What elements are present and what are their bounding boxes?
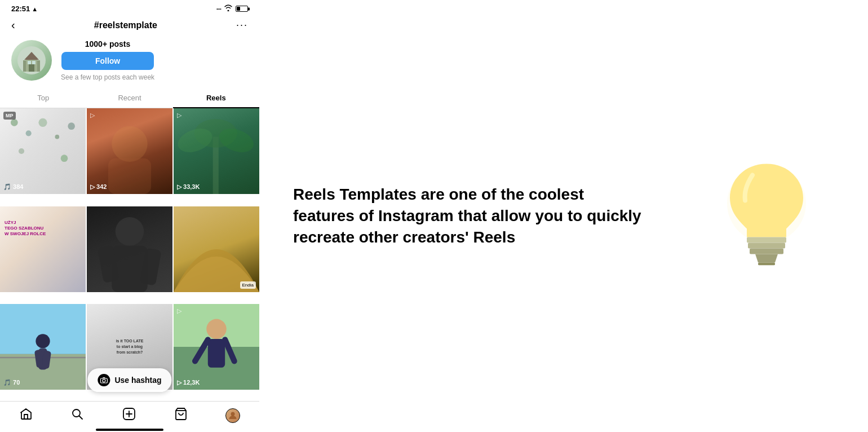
post-count: 1000+ posts: [85, 39, 131, 49]
svg-rect-15: [108, 158, 151, 194]
svg-point-8: [26, 130, 32, 136]
svg-point-38: [103, 380, 105, 382]
tab-top[interactable]: Top: [0, 88, 86, 108]
svg-point-27: [36, 334, 50, 349]
count-7: 🎵 70: [3, 379, 20, 386]
grid-item-3[interactable]: ▷ ▷ 33,3K: [174, 108, 259, 194]
grid-item-7[interactable]: 🎵 70: [0, 304, 86, 390]
nav-profile[interactable]: [225, 408, 240, 423]
status-bar: 22:51 ▲ ····: [0, 0, 259, 15]
svg-point-7: [11, 119, 18, 126]
time-display: 22:51: [11, 5, 30, 13]
svg-line-40: [79, 416, 83, 420]
wifi-icon: [224, 5, 233, 13]
svg-rect-50: [758, 263, 775, 266]
grid-item-4[interactable]: UŻYJTEGO SZABLONUW SWOJEJ ROLCE: [0, 206, 86, 292]
badge-1: MP: [3, 112, 16, 120]
camera-icon: [98, 374, 110, 386]
hashtag-info: 1000+ posts Follow See a few top posts e…: [61, 39, 154, 81]
hashtag-avatar: [11, 40, 52, 81]
battery-icon: [236, 6, 248, 12]
follow-button[interactable]: Follow: [61, 52, 154, 70]
status-icons: ····: [216, 5, 248, 13]
grid-item-5[interactable]: [87, 206, 172, 292]
content-grid: MP 🎵 384 ▷ ▷ 342 ▷: [0, 108, 259, 401]
home-indicator: [96, 429, 163, 431]
svg-point-14: [112, 126, 147, 162]
signal-icon: ····: [216, 6, 221, 12]
more-options-button[interactable]: ···: [236, 19, 248, 31]
grid-item-2[interactable]: ▷ ▷ 342: [87, 108, 172, 194]
lightbulb-icon: [721, 153, 812, 280]
use-hashtag-label: Use hashtag: [114, 376, 161, 385]
tabs-bar: Top Recent Reels: [0, 88, 259, 108]
nav-add[interactable]: [122, 407, 136, 424]
svg-point-10: [55, 135, 60, 139]
bottom-nav: [0, 401, 259, 426]
grid-item-6[interactable]: Endia: [174, 206, 259, 292]
svg-rect-48: [748, 243, 785, 249]
svg-point-45: [231, 412, 235, 416]
svg-point-12: [19, 148, 24, 154]
nav-shop[interactable]: [174, 407, 188, 424]
svg-rect-49: [750, 249, 783, 254]
tab-reels[interactable]: Reels: [173, 88, 259, 108]
location-icon: ▲: [32, 6, 38, 12]
count-9: ▷ 12,3K: [177, 379, 200, 386]
count-3: ▷ 33,3K: [177, 183, 200, 191]
nav-home[interactable]: [19, 407, 33, 424]
svg-rect-47: [747, 237, 786, 243]
play-icon-9: ▷: [177, 307, 181, 315]
nav-bar: ‹ #reelstemplate ···: [0, 15, 259, 35]
endia-badge: Endia: [240, 281, 256, 289]
play-icon-3: ▷: [177, 112, 181, 119]
play-icon-2: ▷: [90, 112, 95, 119]
svg-point-20: [116, 217, 144, 246]
svg-point-9: [38, 118, 47, 127]
hashtag-header: 1000+ posts Follow See a few top posts e…: [0, 35, 259, 86]
description-text: Reels Templates are one of the coolest f…: [293, 184, 643, 248]
svg-point-33: [206, 319, 226, 339]
see-top-text: See a few top posts each week: [61, 73, 154, 81]
nav-search[interactable]: [70, 407, 84, 424]
count-1: 🎵 384: [3, 183, 23, 191]
svg-rect-34: [208, 339, 225, 368]
svg-rect-6: [32, 61, 36, 64]
svg-point-11: [68, 122, 75, 130]
svg-rect-5: [28, 61, 31, 64]
cell-text-4: UŻYJTEGO SZABLONUW SWOJEJ ROLCE: [2, 218, 48, 240]
cell-text-8: is it TOO LATEto start a blogfrom scratc…: [112, 334, 148, 360]
status-time: 22:51 ▲: [11, 5, 38, 13]
svg-rect-3: [29, 64, 34, 72]
right-content-area: Reels Templates are one of the coolest f…: [259, 0, 868, 432]
phone-mockup: 22:51 ▲ ···· ‹ #reelstemplate ···: [0, 0, 259, 432]
back-button[interactable]: ‹: [11, 19, 15, 32]
page-title: #reelstemplate: [94, 20, 157, 30]
use-hashtag-button[interactable]: Use hashtag: [87, 368, 171, 392]
count-2: ▷ 342: [90, 183, 107, 191]
grid-item-1[interactable]: MP 🎵 384: [0, 108, 86, 194]
tab-recent[interactable]: Recent: [86, 88, 172, 108]
grid-item-9[interactable]: ▷ ▷ 12,3K: [174, 304, 259, 390]
svg-point-13: [61, 155, 68, 162]
